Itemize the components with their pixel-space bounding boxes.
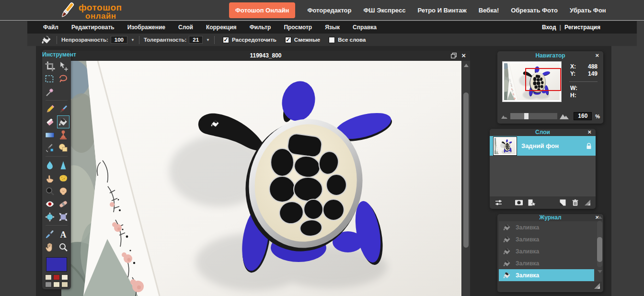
canvas-photo[interactable] [61, 61, 461, 296]
color-swatch[interactable] [45, 274, 52, 280]
tool-pencil-icon[interactable] [44, 102, 56, 115]
options-checkbox-0[interactable]: ✓Рассредоточить [223, 37, 276, 43]
tool-sharpen-icon[interactable] [57, 159, 69, 171]
layer-settings-icon[interactable] [494, 199, 503, 206]
tool-zoom-icon[interactable] [57, 240, 69, 253]
h-label: H: [570, 92, 576, 99]
tool-bloat-icon[interactable] [44, 210, 56, 223]
close-layers-icon[interactable]: × [587, 128, 591, 136]
tool-spot-heal-icon[interactable] [57, 197, 69, 210]
header-nav-item-3[interactable]: Ретро И Винтаж [417, 7, 466, 14]
panel-resize-icon[interactable] [584, 199, 591, 206]
tolerance-caret-icon[interactable]: ▼ [206, 38, 210, 42]
new-layer-icon[interactable] [559, 199, 566, 206]
scroll-down-icon[interactable] [598, 270, 602, 273]
layer-styles-icon[interactable] [528, 199, 536, 206]
scroll-up-icon[interactable] [464, 64, 469, 67]
layer-row[interactable]: Задний фон [490, 136, 596, 156]
menu-item-3[interactable]: Слой [178, 24, 193, 31]
tool-eyedropper-icon[interactable] [44, 228, 56, 240]
history-scrollbar[interactable] [597, 215, 603, 273]
site-logo[interactable]: фотошоп онлайн [58, 1, 122, 22]
checkbox-checked-icon[interactable]: ✓ [223, 37, 229, 43]
history-entry-0[interactable]: Заливка [499, 221, 602, 233]
layer-thumbnail[interactable] [494, 137, 517, 155]
close-document-icon[interactable]: × [461, 52, 466, 59]
zoom-slider-thumb[interactable] [524, 113, 529, 119]
menu-item-6[interactable]: Просмотр [284, 24, 312, 31]
history-entry-4[interactable]: Заливка [499, 269, 594, 281]
restore-window-icon[interactable] [450, 52, 457, 59]
close-navigator-icon[interactable]: × [595, 52, 599, 59]
menu-item-0[interactable]: Файл [43, 24, 58, 31]
scroll-up-icon[interactable] [598, 216, 602, 219]
checkbox-unchecked-icon[interactable] [329, 37, 335, 43]
tolerance-value[interactable]: 21 [189, 36, 203, 44]
options-checkbox-1[interactable]: ✓Смежные [285, 37, 320, 43]
tool-color-replace-icon[interactable] [44, 141, 56, 154]
history-entry-3[interactable]: Заливка [499, 257, 602, 269]
menu-item-5[interactable]: Фильтр [250, 24, 271, 31]
header-nav-item-2[interactable]: ФШ Экспресс [363, 7, 405, 14]
tool-rect-select-icon[interactable] [44, 72, 56, 85]
tool-sponge-icon[interactable] [57, 171, 69, 184]
scrollbar-thumb[interactable] [597, 237, 602, 262]
color-swatch[interactable] [61, 274, 68, 280]
tool-gradient-icon[interactable] [44, 128, 56, 141]
tool-move-icon[interactable] [57, 59, 69, 72]
zoom-in-icon[interactable] [559, 113, 569, 120]
panel-resize-icon[interactable] [594, 283, 600, 289]
tool-lasso-icon[interactable] [57, 72, 69, 85]
header-nav-item-4[interactable]: Вебка! [479, 7, 499, 14]
history-entry-2[interactable]: Заливка [499, 245, 602, 257]
header-nav-item-6[interactable]: Убрать Фон [570, 7, 606, 14]
zoom-slider[interactable] [510, 113, 557, 119]
color-swatch[interactable] [61, 282, 68, 287]
delete-layer-icon[interactable] [572, 199, 579, 206]
register-link[interactable]: Регистрация [564, 24, 600, 31]
menu-item-4[interactable]: Коррекция [206, 24, 237, 31]
tool-red-eye-icon[interactable] [44, 197, 56, 210]
login-link[interactable]: Вход [542, 24, 556, 31]
color-swatch[interactable] [53, 274, 60, 280]
checkbox-checked-icon[interactable]: ✓ [285, 37, 291, 43]
tool-paint-bucket-icon[interactable] [57, 115, 69, 128]
menu-item-2[interactable]: Изображение [127, 24, 165, 31]
history-entry-1[interactable]: Заливка [499, 233, 602, 245]
tool-clone-stamp-icon[interactable] [57, 128, 69, 141]
menu-item-7[interactable]: Язык [325, 24, 340, 31]
options-checkbox-2[interactable]: Все слова [329, 37, 366, 43]
tool-smudge-icon[interactable] [44, 171, 56, 184]
scrollbar-thumb[interactable] [463, 92, 469, 248]
tool-burn-icon[interactable] [57, 184, 69, 197]
menu-item-8[interactable]: Справка [353, 24, 377, 31]
tool-hand-icon[interactable] [44, 240, 56, 253]
tool-pucker-icon[interactable] [57, 210, 69, 223]
foreground-color-swatch[interactable] [46, 257, 67, 272]
layer-mask-icon[interactable] [515, 199, 523, 206]
tool-palette: Инструмент A [42, 50, 71, 289]
lock-icon[interactable] [586, 143, 592, 149]
canvas-titlebar[interactable]: 119943_800 × [61, 51, 470, 61]
tool-blur-icon[interactable] [44, 159, 56, 171]
tool-shape-icon[interactable] [57, 141, 69, 154]
color-swatch[interactable] [45, 282, 52, 287]
tool-brush-icon[interactable] [57, 102, 69, 115]
tool-eraser-icon[interactable] [44, 115, 56, 128]
header-nav-item-1[interactable]: Фоторедактор [307, 7, 351, 14]
tool-crop-icon[interactable] [44, 59, 56, 72]
zoom-value-input[interactable]: 160 [574, 112, 592, 120]
color-swatch[interactable] [53, 282, 60, 287]
header-nav-item-5[interactable]: Обрезать Фото [511, 7, 558, 14]
menu-item-1[interactable]: Редактировать [71, 24, 115, 31]
header-nav-item-0[interactable]: Фотошоп Онлайн [229, 2, 295, 18]
zoom-out-icon[interactable] [501, 113, 508, 119]
navigator-thumbnail[interactable] [502, 61, 562, 102]
canvas-vertical-scrollbar[interactable] [461, 61, 470, 296]
opacity-value[interactable]: 100 [111, 36, 127, 44]
tool-type-icon[interactable]: A [57, 228, 69, 240]
tool-dodge-icon[interactable] [44, 184, 56, 197]
navigator-view-rect[interactable] [525, 68, 561, 91]
tool-magic-wand-icon[interactable] [44, 85, 56, 98]
opacity-caret-icon[interactable]: ▼ [131, 38, 135, 42]
